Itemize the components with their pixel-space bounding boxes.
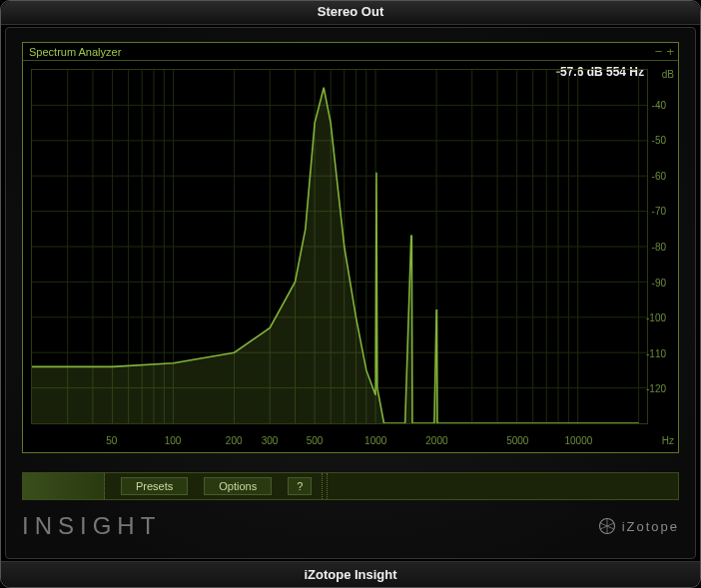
x-axis-unit: Hz	[662, 435, 674, 446]
toolbar: Presets Options ?	[22, 472, 679, 500]
plugin-footer: iZotope Insight	[1, 561, 700, 587]
y-axis-tick: -60	[652, 170, 666, 181]
y-axis-tick: -80	[652, 242, 666, 253]
y-axis-tick: -100	[646, 312, 666, 323]
chart-area: -57.6 dB 554 Hz dB -40-50-60-70-80-90-10…	[23, 61, 678, 452]
y-axis: dB -40-50-60-70-80-90-100-110-120	[650, 69, 678, 424]
x-axis-tick: 300	[262, 435, 279, 446]
plugin-body: Spectrum Analyzer − + -57.6 dB 554 Hz dB…	[5, 27, 696, 559]
window-titlebar[interactable]: Stereo Out	[1, 1, 700, 25]
spectrum-curve	[32, 70, 647, 423]
y-axis-tick: -40	[652, 99, 666, 110]
window-title: Stereo Out	[318, 4, 383, 19]
options-button[interactable]: Options	[204, 477, 272, 495]
x-axis-tick: 200	[226, 435, 243, 446]
spectrum-plot[interactable]	[31, 69, 648, 424]
x-axis-tick: 500	[307, 435, 324, 446]
y-axis-tick: -110	[646, 347, 666, 358]
company-name: iZotope	[622, 519, 679, 534]
izotope-logo-icon	[598, 517, 616, 535]
product-name: INSIGHT	[22, 512, 161, 540]
x-axis-tick: 1000	[364, 435, 386, 446]
y-axis-unit: dB	[662, 69, 674, 80]
y-axis-tick: -90	[652, 277, 666, 288]
help-button[interactable]: ?	[288, 477, 312, 495]
x-axis-tick: 10000	[565, 435, 593, 446]
panel-title: Spectrum Analyzer	[29, 46, 121, 58]
toolbar-drag-region[interactable]	[23, 473, 105, 499]
panel-header: Spectrum Analyzer − +	[23, 43, 678, 61]
y-axis-tick: -120	[646, 383, 666, 394]
footer-label: iZotope Insight	[304, 567, 396, 582]
x-axis-tick: 2000	[425, 435, 447, 446]
panel-minimize-button[interactable]: −	[655, 43, 663, 61]
spectrum-analyzer-panel: Spectrum Analyzer − + -57.6 dB 554 Hz dB…	[22, 42, 679, 453]
x-axis: Hz 5010020030050010002000500010000	[31, 430, 648, 446]
presets-button[interactable]: Presets	[121, 477, 188, 495]
x-axis-tick: 100	[165, 435, 182, 446]
y-axis-tick: -70	[652, 206, 666, 217]
x-axis-tick: 5000	[506, 435, 528, 446]
y-axis-tick: -50	[652, 135, 666, 146]
x-axis-tick: 50	[106, 435, 117, 446]
toolbar-handle-icon[interactable]	[322, 473, 328, 499]
branding: INSIGHT iZotope	[22, 508, 679, 544]
panel-maximize-button[interactable]: +	[666, 43, 674, 61]
company-branding: iZotope	[598, 517, 679, 535]
